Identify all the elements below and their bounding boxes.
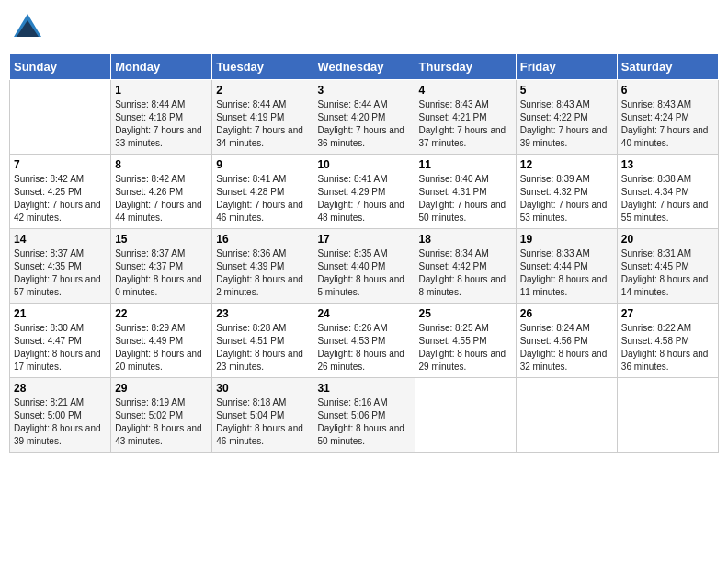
calendar-cell: 12 Sunrise: 8:39 AM Sunset: 4:32 PM Dayl… xyxy=(516,155,617,229)
sunrise-text: Sunrise: 8:30 AM xyxy=(14,322,107,335)
sunset-text: Sunset: 4:25 PM xyxy=(14,186,107,199)
sunset-text: Sunset: 4:20 PM xyxy=(317,111,410,124)
sunset-text: Sunset: 4:35 PM xyxy=(14,260,107,273)
calendar-cell: 31 Sunrise: 8:16 AM Sunset: 5:06 PM Dayl… xyxy=(313,378,415,453)
day-number: 31 xyxy=(317,382,410,395)
day-number: 20 xyxy=(621,233,714,246)
day-info: Sunrise: 8:18 AM Sunset: 5:04 PM Dayligh… xyxy=(216,396,309,448)
calendar-cell: 22 Sunrise: 8:29 AM Sunset: 4:49 PM Dayl… xyxy=(111,304,212,378)
day-info: Sunrise: 8:43 AM Sunset: 4:24 PM Dayligh… xyxy=(621,98,714,150)
sunrise-text: Sunrise: 8:24 AM xyxy=(520,322,613,335)
day-number: 17 xyxy=(317,233,410,246)
calendar-cell: 28 Sunrise: 8:21 AM Sunset: 5:00 PM Dayl… xyxy=(10,378,111,453)
day-number: 28 xyxy=(14,382,107,395)
sunrise-text: Sunrise: 8:22 AM xyxy=(621,322,714,335)
sunrise-text: Sunrise: 8:39 AM xyxy=(520,173,613,186)
day-number: 22 xyxy=(115,307,208,320)
sunset-text: Sunset: 4:44 PM xyxy=(520,260,613,273)
day-info: Sunrise: 8:29 AM Sunset: 4:49 PM Dayligh… xyxy=(115,322,208,373)
calendar-cell: 8 Sunrise: 8:42 AM Sunset: 4:26 PM Dayli… xyxy=(111,155,212,229)
calendar-cell: 7 Sunrise: 8:42 AM Sunset: 4:25 PM Dayli… xyxy=(10,155,111,229)
sunrise-text: Sunrise: 8:33 AM xyxy=(520,247,613,260)
calendar-cell: 15 Sunrise: 8:37 AM Sunset: 4:37 PM Dayl… xyxy=(111,229,212,304)
calendar-week-1: 1 Sunrise: 8:44 AM Sunset: 4:18 PM Dayli… xyxy=(10,80,719,155)
day-info: Sunrise: 8:37 AM Sunset: 4:37 PM Dayligh… xyxy=(115,247,208,299)
calendar-cell xyxy=(415,378,516,453)
daylight-text: Daylight: 7 hours and 42 minutes. xyxy=(14,199,107,224)
calendar-cell: 10 Sunrise: 8:41 AM Sunset: 4:29 PM Dayl… xyxy=(313,155,415,229)
day-header-saturday: Saturday xyxy=(617,54,718,80)
sunrise-text: Sunrise: 8:37 AM xyxy=(115,247,208,260)
sunset-text: Sunset: 4:42 PM xyxy=(419,260,512,273)
calendar-week-3: 14 Sunrise: 8:37 AM Sunset: 4:35 PM Dayl… xyxy=(10,229,719,304)
sunset-text: Sunset: 5:00 PM xyxy=(14,409,107,422)
daylight-text: Daylight: 8 hours and 43 minutes. xyxy=(115,422,208,448)
sunset-text: Sunset: 4:26 PM xyxy=(115,186,208,199)
day-number: 18 xyxy=(419,233,512,246)
day-number: 4 xyxy=(419,84,512,97)
day-number: 6 xyxy=(621,84,714,97)
daylight-text: Daylight: 8 hours and 11 minutes. xyxy=(520,273,613,299)
sunset-text: Sunset: 4:39 PM xyxy=(216,260,309,273)
calendar-cell: 19 Sunrise: 8:33 AM Sunset: 4:44 PM Dayl… xyxy=(516,229,617,304)
daylight-text: Daylight: 8 hours and 29 minutes. xyxy=(419,348,512,373)
sunrise-text: Sunrise: 8:44 AM xyxy=(216,98,309,111)
daylight-text: Daylight: 8 hours and 20 minutes. xyxy=(115,348,208,373)
day-header-thursday: Thursday xyxy=(415,54,516,80)
sunset-text: Sunset: 4:53 PM xyxy=(317,335,410,348)
sunset-text: Sunset: 4:31 PM xyxy=(419,186,512,199)
daylight-text: Daylight: 7 hours and 55 minutes. xyxy=(621,199,714,224)
day-info: Sunrise: 8:16 AM Sunset: 5:06 PM Dayligh… xyxy=(317,396,410,448)
day-number: 8 xyxy=(115,158,208,171)
day-info: Sunrise: 8:19 AM Sunset: 5:02 PM Dayligh… xyxy=(115,396,208,448)
day-number: 11 xyxy=(419,158,512,171)
day-number: 15 xyxy=(115,233,208,246)
calendar-cell: 26 Sunrise: 8:24 AM Sunset: 4:56 PM Dayl… xyxy=(516,304,617,378)
daylight-text: Daylight: 7 hours and 46 minutes. xyxy=(216,199,309,224)
calendar-cell: 2 Sunrise: 8:44 AM Sunset: 4:19 PM Dayli… xyxy=(212,80,313,155)
daylight-text: Daylight: 8 hours and 26 minutes. xyxy=(317,348,410,373)
daylight-text: Daylight: 8 hours and 39 minutes. xyxy=(14,422,107,448)
daylight-text: Daylight: 8 hours and 17 minutes. xyxy=(14,348,107,373)
day-info: Sunrise: 8:41 AM Sunset: 4:29 PM Dayligh… xyxy=(317,173,410,224)
page-header xyxy=(9,9,719,46)
day-info: Sunrise: 8:43 AM Sunset: 4:22 PM Dayligh… xyxy=(520,98,613,150)
sunrise-text: Sunrise: 8:31 AM xyxy=(621,247,714,260)
sunrise-text: Sunrise: 8:42 AM xyxy=(14,173,107,186)
day-number: 5 xyxy=(520,84,613,97)
day-number: 2 xyxy=(216,84,309,97)
calendar-cell: 30 Sunrise: 8:18 AM Sunset: 5:04 PM Dayl… xyxy=(212,378,313,453)
daylight-text: Daylight: 8 hours and 32 minutes. xyxy=(520,348,613,373)
day-info: Sunrise: 8:41 AM Sunset: 4:28 PM Dayligh… xyxy=(216,173,309,224)
days-header-row: SundayMondayTuesdayWednesdayThursdayFrid… xyxy=(10,54,719,80)
daylight-text: Daylight: 7 hours and 50 minutes. xyxy=(419,199,512,224)
day-number: 27 xyxy=(621,307,714,320)
day-info: Sunrise: 8:24 AM Sunset: 4:56 PM Dayligh… xyxy=(520,322,613,373)
calendar-cell: 27 Sunrise: 8:22 AM Sunset: 4:58 PM Dayl… xyxy=(617,304,718,378)
calendar-cell xyxy=(516,378,617,453)
sunrise-text: Sunrise: 8:44 AM xyxy=(317,98,410,111)
day-info: Sunrise: 8:34 AM Sunset: 4:42 PM Dayligh… xyxy=(419,247,512,299)
day-number: 12 xyxy=(520,158,613,171)
sunset-text: Sunset: 4:51 PM xyxy=(216,335,309,348)
sunrise-text: Sunrise: 8:21 AM xyxy=(14,396,107,409)
day-number: 14 xyxy=(14,233,107,246)
logo xyxy=(9,9,50,46)
sunset-text: Sunset: 4:56 PM xyxy=(520,335,613,348)
day-info: Sunrise: 8:44 AM Sunset: 4:20 PM Dayligh… xyxy=(317,98,410,150)
calendar-cell: 20 Sunrise: 8:31 AM Sunset: 4:45 PM Dayl… xyxy=(617,229,718,304)
sunset-text: Sunset: 4:32 PM xyxy=(520,186,613,199)
calendar-cell: 23 Sunrise: 8:28 AM Sunset: 4:51 PM Dayl… xyxy=(212,304,313,378)
sunrise-text: Sunrise: 8:18 AM xyxy=(216,396,309,409)
sunrise-text: Sunrise: 8:43 AM xyxy=(621,98,714,111)
daylight-text: Daylight: 7 hours and 33 minutes. xyxy=(115,124,208,150)
calendar-cell: 14 Sunrise: 8:37 AM Sunset: 4:35 PM Dayl… xyxy=(10,229,111,304)
day-info: Sunrise: 8:40 AM Sunset: 4:31 PM Dayligh… xyxy=(419,173,512,224)
calendar-cell: 5 Sunrise: 8:43 AM Sunset: 4:22 PM Dayli… xyxy=(516,80,617,155)
day-number: 9 xyxy=(216,158,309,171)
calendar-cell: 13 Sunrise: 8:38 AM Sunset: 4:34 PM Dayl… xyxy=(617,155,718,229)
day-number: 26 xyxy=(520,307,613,320)
sunrise-text: Sunrise: 8:44 AM xyxy=(115,98,208,111)
day-info: Sunrise: 8:31 AM Sunset: 4:45 PM Dayligh… xyxy=(621,247,714,299)
daylight-text: Daylight: 7 hours and 53 minutes. xyxy=(520,199,613,224)
